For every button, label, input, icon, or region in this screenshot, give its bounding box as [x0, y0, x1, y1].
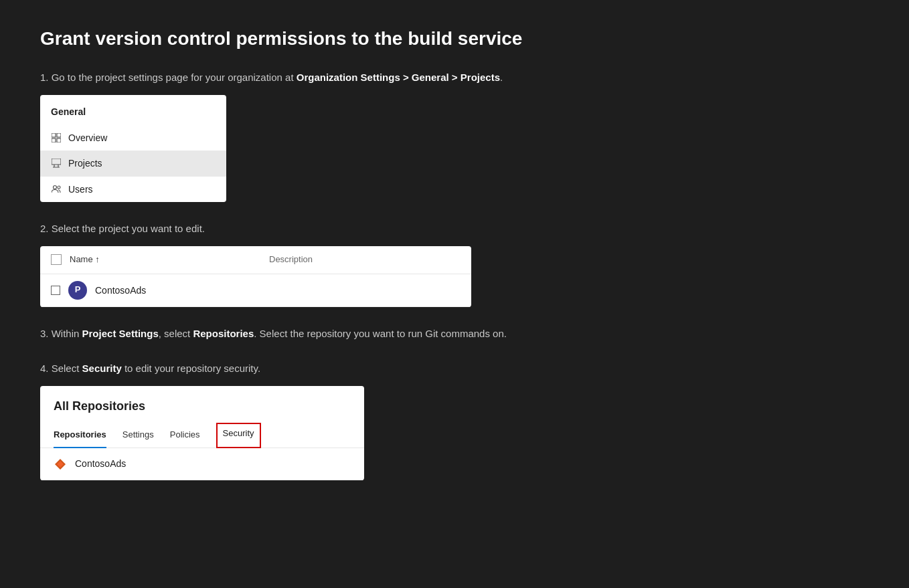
step-1-text: 1. Go to the project settings page for y… — [40, 70, 869, 86]
repo-diamond-icon — [54, 458, 67, 471]
step-1: 1. Go to the project settings page for y… — [40, 70, 869, 202]
svg-rect-3 — [57, 138, 61, 142]
svg-point-8 — [54, 185, 57, 189]
tab-security[interactable]: Security — [216, 423, 261, 449]
step-2-text: 2. Select the project you want to edit. — [40, 221, 869, 237]
page-title: Grant version control permissions to the… — [40, 27, 869, 51]
projects-icon — [51, 158, 62, 169]
svg-rect-0 — [52, 133, 56, 137]
svg-rect-1 — [57, 133, 61, 137]
svg-rect-2 — [52, 138, 56, 142]
col-name-header: Name ↑ — [70, 253, 261, 267]
repos-panel: All Repositories Repositories Settings P… — [40, 386, 364, 480]
sidebar-item-users-label: Users — [68, 182, 93, 197]
tab-policies[interactable]: Policies — [170, 423, 200, 449]
step-3-text: 3. Within Project Settings, select Repos… — [40, 326, 869, 342]
tab-repositories[interactable]: Repositories — [54, 423, 106, 449]
step-4: 4. Select Security to edit your reposito… — [40, 361, 869, 480]
row-checkbox[interactable] — [51, 286, 60, 295]
projects-table-panel: Name ↑ Description P ContosoAds — [40, 246, 471, 307]
step-3: 3. Within Project Settings, select Repos… — [40, 326, 869, 342]
sidebar-panel: General Overview Pr — [40, 95, 226, 202]
sidebar-item-users[interactable]: Users — [40, 177, 226, 202]
table-header: Name ↑ Description — [40, 246, 471, 274]
project-name: ContosoAds — [95, 283, 146, 298]
sidebar-item-projects-label: Projects — [68, 156, 102, 171]
repos-tabs: Repositories Settings Policies Security — [40, 423, 364, 449]
sidebar-section-header: General — [40, 95, 226, 124]
step-2: 2. Select the project you want to edit. … — [40, 221, 869, 307]
svg-point-9 — [58, 186, 60, 189]
repo-name: ContosoAds — [75, 456, 126, 471]
grid-icon — [51, 132, 62, 143]
table-row[interactable]: P ContosoAds — [40, 274, 471, 307]
list-item[interactable]: ContosoAds — [40, 448, 364, 480]
repos-panel-header: All Repositories — [40, 386, 364, 416]
sidebar-item-overview[interactable]: Overview — [40, 125, 226, 151]
step-4-text: 4. Select Security to edit your reposito… — [40, 361, 869, 377]
header-checkbox[interactable] — [51, 254, 62, 265]
svg-rect-4 — [52, 159, 61, 165]
sidebar-item-overview-label: Overview — [68, 130, 107, 145]
project-avatar: P — [68, 281, 87, 300]
users-icon — [51, 184, 62, 195]
col-desc-header: Description — [269, 253, 461, 267]
tab-settings[interactable]: Settings — [122, 423, 154, 449]
sidebar-item-projects[interactable]: Projects — [40, 151, 226, 176]
